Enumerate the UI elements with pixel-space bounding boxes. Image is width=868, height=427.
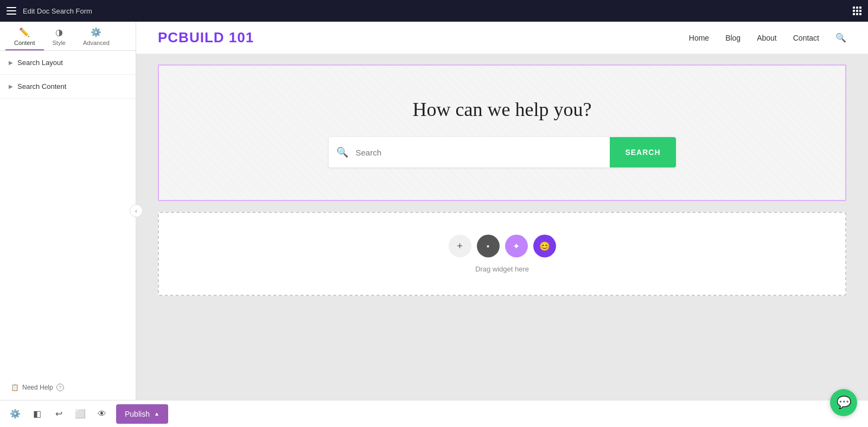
publish-label: Publish — [125, 410, 150, 418]
tab-style-label: Style — [53, 40, 66, 46]
search-box: 🔍 SEARCH — [329, 137, 676, 167]
search-layout-label: Search Layout — [17, 59, 63, 67]
chat-icon: 💬 — [837, 396, 851, 410]
pencil-icon: ✏️ — [19, 27, 30, 37]
search-layout-header[interactable]: ▶ Search Layout — [9, 59, 127, 67]
grid-icon[interactable] — [853, 7, 861, 15]
nav-contact[interactable]: Contact — [793, 34, 819, 42]
layers-button[interactable]: ◧ — [27, 404, 47, 424]
website-header: PCBUILD 101 Home Blog About Contact 🔍 — [136, 22, 868, 54]
chevron-right-icon: ▶ — [9, 60, 13, 66]
sidebar: ✏️ Content ◑ Style ⚙️ Advanced ▶ Search … — [0, 22, 136, 400]
widget-dropzone: + ▪ ✦ 😊 Drag widget here — [158, 212, 846, 296]
content-wrapper: How can we help you? 🔍 SEARCH + ▪ ✦ 😊 Dr… — [136, 54, 868, 307]
search-layout-section[interactable]: ▶ Search Layout — [0, 51, 136, 75]
nav-about[interactable]: About — [757, 34, 777, 42]
need-help[interactable]: 📋 Need Help ? — [0, 375, 136, 400]
search-input[interactable] — [356, 139, 610, 166]
site-logo: PCBUILD 101 — [158, 29, 254, 46]
search-button[interactable]: SEARCH — [610, 137, 675, 167]
tab-advanced[interactable]: ⚙️ Advanced — [74, 22, 118, 50]
add-widget-button[interactable]: + — [449, 235, 471, 257]
style-icon: ◑ — [55, 27, 63, 37]
search-content-header[interactable]: ▶ Search Content — [9, 82, 127, 90]
help-book-icon: 📋 — [11, 384, 19, 391]
site-nav: Home Blog About Contact 🔍 — [689, 33, 846, 43]
top-bar-title: Edit Doc Search Form — [23, 7, 846, 15]
settings-button[interactable]: ⚙️ — [5, 404, 25, 424]
tab-content[interactable]: ✏️ Content — [5, 22, 44, 50]
canvas-area: PCBUILD 101 Home Blog About Contact 🔍 Ho… — [136, 22, 868, 400]
emoji-widget-button[interactable]: 😊 — [533, 235, 556, 257]
sidebar-wrapper: ✏️ Content ◑ Style ⚙️ Advanced ▶ Search … — [0, 22, 136, 400]
bottom-bar: ⚙️ ◧ ↩ ⬜ 👁 Publish ▲ — [0, 400, 868, 427]
preview-button[interactable]: 👁 — [92, 404, 112, 424]
publish-button[interactable]: Publish ▲ — [116, 404, 168, 424]
collapse-sidebar-button[interactable]: ‹ — [130, 204, 143, 217]
top-bar-logo — [7, 7, 16, 15]
hero-title: How can we help you? — [181, 98, 824, 121]
publish-chevron-icon: ▲ — [154, 411, 159, 417]
hero-section: How can we help you? 🔍 SEARCH — [158, 64, 846, 201]
nav-search-icon[interactable]: 🔍 — [835, 33, 846, 43]
top-bar: Edit Doc Search Form — [0, 0, 868, 22]
sparkle-widget-button[interactable]: ✦ — [505, 235, 528, 257]
gear-icon: ⚙️ — [91, 27, 101, 37]
search-icon: 🔍 — [329, 146, 356, 158]
tab-style[interactable]: ◑ Style — [44, 22, 74, 50]
search-content-label: Search Content — [17, 82, 66, 90]
tab-advanced-label: Advanced — [83, 40, 110, 46]
nav-home[interactable]: Home — [689, 34, 709, 42]
hamburger-icon[interactable] — [7, 7, 16, 15]
nav-blog[interactable]: Blog — [725, 34, 741, 42]
main-layout: ✏️ Content ◑ Style ⚙️ Advanced ▶ Search … — [0, 22, 868, 400]
chevron-right-icon-2: ▶ — [9, 83, 13, 89]
history-button[interactable]: ↩ — [49, 404, 68, 424]
chat-bubble-button[interactable]: 💬 — [830, 389, 857, 416]
drag-text: Drag widget here — [475, 265, 529, 273]
tab-content-label: Content — [14, 40, 35, 46]
search-content-section[interactable]: ▶ Search Content — [0, 75, 136, 99]
folder-widget-button[interactable]: ▪ — [477, 235, 500, 257]
save-button[interactable]: ⬜ — [71, 404, 90, 424]
sidebar-tabs: ✏️ Content ◑ Style ⚙️ Advanced — [0, 22, 136, 51]
help-label: Need Help — [22, 384, 53, 391]
question-icon: ? — [56, 384, 64, 391]
widget-buttons: + ▪ ✦ 😊 — [449, 235, 556, 257]
